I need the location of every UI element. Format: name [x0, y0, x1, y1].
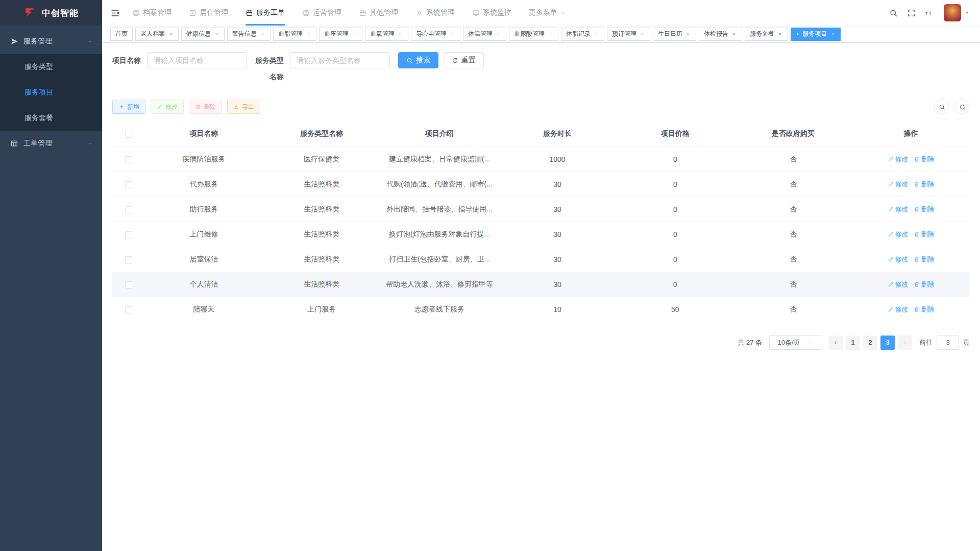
row-checkbox[interactable]	[125, 231, 132, 238]
tab-close-icon[interactable]	[593, 31, 599, 37]
prev-page-button[interactable]	[828, 336, 843, 350]
row-delete-link[interactable]: 删除	[914, 305, 935, 314]
tab-1[interactable]: 首页	[110, 28, 133, 41]
top-nav-item-2[interactable]: 居住管理	[189, 0, 228, 26]
tab-close-icon[interactable]	[495, 31, 501, 37]
tab-close-icon[interactable]	[213, 31, 219, 37]
tab-7[interactable]: 血氧管理	[365, 28, 408, 41]
sidebar-collapse-button[interactable]	[110, 8, 120, 18]
tab-close-icon[interactable]	[351, 31, 357, 37]
cell-actions: 修改删除	[852, 297, 970, 322]
font-size-button[interactable]: TT	[922, 6, 937, 20]
row-delete-link[interactable]: 删除	[914, 205, 935, 214]
search-button[interactable]: 搜索	[398, 52, 438, 68]
tab-3[interactable]: 健康信息	[181, 28, 225, 41]
reset-button[interactable]: 重置	[444, 52, 484, 68]
top-nav-item-label: 运营管理	[313, 8, 341, 17]
row-checkbox[interactable]	[125, 206, 132, 213]
tab-9[interactable]: 体温管理	[463, 28, 506, 41]
add-button[interactable]: 新增	[112, 100, 145, 114]
refresh-table-button[interactable]	[954, 99, 970, 114]
top-nav-item-label: 居住管理	[200, 8, 228, 17]
search-icon	[889, 9, 898, 17]
delete-button[interactable]: 删除	[189, 100, 222, 114]
top-nav-item-1[interactable]: 档案管理	[132, 0, 172, 26]
tab-15[interactable]: 服务套餐	[745, 28, 788, 41]
top-nav-item-3[interactable]: 服务工单	[246, 0, 285, 26]
cell-gov-purchase: 否	[734, 272, 852, 297]
row-edit-link[interactable]: 修改	[888, 230, 909, 239]
tab-2[interactable]: 老人档案	[135, 28, 179, 41]
row-delete-link[interactable]: 删除	[914, 230, 935, 239]
top-nav-item-7[interactable]: 系统监控	[472, 0, 511, 26]
edit-button[interactable]: 修改	[151, 100, 184, 114]
row-edit-link[interactable]: 修改	[888, 305, 909, 314]
fullscreen-button[interactable]	[904, 6, 919, 20]
row-checkbox[interactable]	[125, 281, 132, 289]
service-type-name-input[interactable]	[290, 52, 390, 68]
tab-close-icon[interactable]	[547, 31, 553, 37]
row-checkbox[interactable]	[125, 156, 132, 163]
tab-close-icon[interactable]	[259, 31, 265, 37]
row-delete-link[interactable]: 删除	[914, 280, 935, 289]
sidebar-item-label: 服务类型	[24, 62, 53, 71]
row-edit-link[interactable]: 修改	[888, 155, 909, 164]
tab-6[interactable]: 血压管理	[319, 28, 362, 41]
tab-close-icon[interactable]	[397, 31, 403, 37]
cell-price: 0	[616, 147, 734, 172]
row-delete-link[interactable]: 删除	[914, 255, 935, 264]
row-edit-link[interactable]: 修改	[888, 255, 909, 264]
tab-4[interactable]: 警告信息	[227, 28, 271, 41]
show-search-toggle-button[interactable]	[934, 99, 949, 114]
page-size-select[interactable]: 10条/页	[769, 336, 821, 350]
row-checkbox[interactable]	[125, 306, 132, 314]
page-button-3[interactable]: 3	[880, 336, 895, 350]
tab-5[interactable]: 血脂管理	[273, 28, 316, 41]
tab-close-icon[interactable]	[777, 31, 783, 37]
tab-close-icon[interactable]	[731, 31, 737, 37]
tab-close-icon[interactable]	[639, 31, 645, 37]
row-edit-link[interactable]: 修改	[888, 205, 909, 214]
page-button-2[interactable]: 2	[863, 336, 877, 350]
sidebar-item-1-3[interactable]: 服务套餐	[0, 105, 102, 131]
next-page-button[interactable]	[898, 336, 912, 350]
sidebar-group-1[interactable]: 服务管理	[0, 29, 102, 54]
tab-close-icon[interactable]	[305, 31, 311, 37]
tab-8[interactable]: 导心电管理	[411, 28, 460, 41]
row-checkbox[interactable]	[125, 256, 132, 263]
export-button[interactable]: 导出	[227, 100, 260, 114]
tab-12[interactable]: 预订管理	[607, 28, 650, 41]
cell-price: 0	[616, 272, 734, 297]
tab-10[interactable]: 血尿酸管理	[509, 28, 558, 41]
tab-close-icon[interactable]	[449, 31, 455, 37]
tab-11[interactable]: 体脂记录	[561, 28, 604, 41]
cell-service-type: 生活照料类	[263, 172, 381, 197]
row-edit-link[interactable]: 修改	[888, 280, 909, 289]
page-button-1[interactable]: 1	[846, 336, 860, 350]
sidebar-item-1-1[interactable]: 服务类型	[0, 54, 102, 80]
row-delete-link[interactable]: 删除	[914, 155, 935, 164]
goto-page-input[interactable]	[937, 336, 959, 350]
top-nav-item-8[interactable]: 更多菜单	[529, 0, 566, 26]
cell-project-name: 个人清洁	[145, 272, 263, 297]
delete-icon	[914, 156, 920, 162]
tab-16[interactable]: 服务项目	[791, 28, 841, 41]
tab-close-icon[interactable]	[685, 31, 691, 37]
project-name-input[interactable]	[147, 52, 247, 68]
top-nav-item-6[interactable]: 系统管理	[415, 0, 455, 26]
top-nav-item-4[interactable]: 运营管理	[302, 0, 341, 26]
row-checkbox[interactable]	[125, 181, 132, 188]
select-all-checkbox[interactable]	[125, 131, 132, 138]
tab-close-icon[interactable]	[167, 31, 174, 37]
sidebar-group-2[interactable]: 工单管理	[0, 131, 102, 156]
row-delete-link[interactable]: 删除	[914, 180, 935, 189]
sidebar-item-1-2[interactable]: 服务项目	[0, 80, 102, 105]
header-search-button[interactable]	[886, 6, 901, 20]
top-nav-item-5[interactable]: 其他管理	[359, 0, 398, 26]
tab-14[interactable]: 体检报告	[699, 28, 742, 41]
sidebar-item-label: 服务项目	[24, 88, 53, 97]
user-avatar-menu[interactable]	[944, 4, 970, 21]
row-edit-link[interactable]: 修改	[888, 180, 909, 189]
tab-close-icon[interactable]	[829, 31, 836, 37]
tab-13[interactable]: 生日日历	[653, 28, 696, 41]
